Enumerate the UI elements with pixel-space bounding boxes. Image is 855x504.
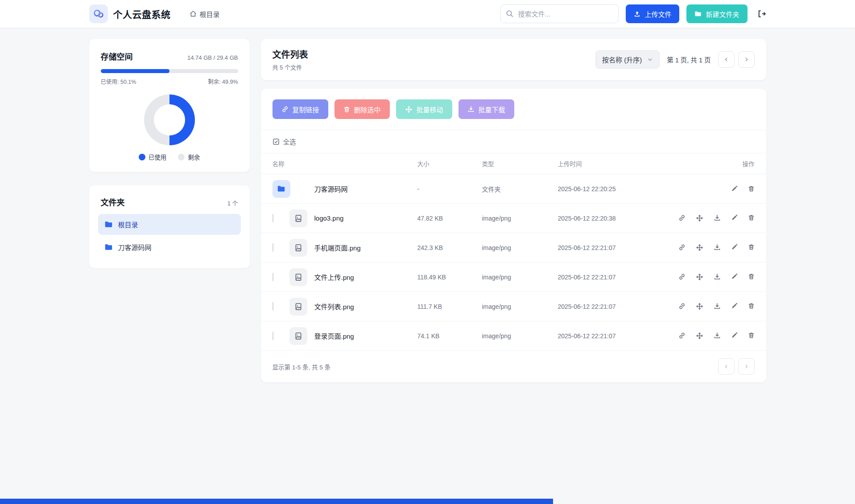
delete-icon[interactable] — [748, 214, 755, 222]
filelist-title: 文件列表 — [273, 48, 308, 61]
delete-icon[interactable] — [748, 303, 755, 310]
move-icon[interactable] — [696, 332, 703, 340]
search-input[interactable] — [500, 4, 619, 23]
image-file-icon — [289, 298, 307, 316]
edit-icon[interactable] — [731, 273, 738, 281]
folders-title: 文件夹 — [101, 196, 125, 208]
filelist-subtitle: 共 5 个文件 — [273, 63, 308, 71]
delete-icon[interactable] — [748, 273, 755, 281]
link-icon[interactable] — [678, 214, 686, 222]
folder-list: 根目录刀客源码网 — [98, 214, 241, 258]
download-icon[interactable] — [714, 244, 721, 251]
file-type: image/png — [482, 215, 558, 222]
row-checkbox[interactable] — [273, 243, 273, 252]
folder-item[interactable]: 刀客源码网 — [98, 237, 241, 258]
storage-card: 存储空间 14.74 GB / 29.4 GB 已使用: 50.1% 剩余: 4… — [89, 39, 250, 172]
file-upload-time: 2025-06-12 22:20:38 — [558, 215, 679, 222]
bulk-button-download[interactable]: 批量下载 — [458, 99, 514, 119]
app-title: 个人云盘系统 — [113, 7, 171, 20]
folder-icon — [104, 220, 113, 229]
row-actions — [679, 214, 755, 222]
legend-used-dot — [139, 154, 145, 160]
folders-count: 1 个 — [227, 199, 238, 207]
edit-icon[interactable] — [731, 303, 738, 310]
bulk-button-label: 批量下载 — [479, 105, 505, 114]
table-row[interactable]: 文件上传.png 118.49 KB image/png 2025-06-12 … — [261, 262, 766, 292]
bulk-button-move[interactable]: 批量移动 — [396, 99, 452, 119]
new-folder-button-label: 新建文件夹 — [706, 9, 739, 19]
storage-progress-fill — [101, 69, 169, 73]
move-icon[interactable] — [696, 273, 703, 281]
select-all-control[interactable]: 全选 — [273, 137, 296, 146]
table-header: 名称 大小 类型 上传时间 操作 — [261, 153, 766, 174]
bulk-button-delete[interactable]: 删除选中 — [335, 99, 390, 119]
footer-next-page-button[interactable] — [738, 358, 755, 375]
file-size: 111.7 KB — [417, 303, 482, 310]
footer-prev-page-button[interactable] — [718, 358, 735, 375]
table-row[interactable]: 登录页面.png 74.1 KB image/png 2025-06-12 22… — [261, 321, 766, 351]
edit-icon[interactable] — [731, 332, 738, 340]
column-time: 上传时间 — [558, 159, 679, 168]
edit-icon[interactable] — [731, 185, 738, 192]
folder-icon — [273, 180, 290, 198]
next-page-button[interactable] — [738, 51, 755, 68]
table-row[interactable]: 刀客源码网 - 文件夹 2025-06-12 22:20:25 — [261, 174, 766, 204]
row-actions — [679, 244, 755, 251]
file-name[interactable]: 手机端页面.png — [314, 243, 417, 252]
file-name[interactable]: logo3.png — [314, 214, 417, 222]
delete-icon[interactable] — [748, 244, 755, 251]
table-row[interactable]: logo3.png 47.82 KB image/png 2025-06-12 … — [261, 204, 766, 233]
new-folder-button[interactable]: 新建文件夹 — [686, 4, 747, 23]
table-row[interactable]: 手机端页面.png 242.3 KB image/png 2025-06-12 … — [261, 233, 766, 262]
delete-icon[interactable] — [748, 332, 755, 340]
edit-icon[interactable] — [731, 214, 738, 222]
sort-select-label: 按名称 (升序) — [602, 55, 642, 64]
file-name[interactable]: 刀客源码网 — [314, 184, 417, 193]
file-type: image/png — [482, 303, 558, 310]
download-icon[interactable] — [714, 214, 721, 222]
chevron-left-icon — [723, 57, 729, 62]
folders-card: 文件夹 1 个 根目录刀客源码网 — [89, 185, 250, 268]
file-name[interactable]: 文件列表.png — [314, 302, 417, 311]
download-icon[interactable] — [714, 303, 721, 310]
delete-icon[interactable] — [748, 185, 755, 192]
bulk-toolbar: 复制链接删除选中批量移动批量下载 — [261, 89, 766, 130]
storage-donut-chart — [144, 94, 195, 145]
row-checkbox[interactable] — [273, 332, 273, 340]
move-icon[interactable] — [696, 244, 703, 251]
move-icon[interactable] — [696, 214, 703, 222]
app-logo — [89, 4, 108, 23]
prev-page-button[interactable] — [718, 51, 735, 68]
bulk-button-link[interactable]: 复制链接 — [273, 99, 328, 119]
row-checkbox[interactable] — [273, 302, 273, 311]
download-icon[interactable] — [714, 273, 721, 281]
file-type: image/png — [482, 244, 558, 251]
table-row[interactable]: 文件列表.png 111.7 KB image/png 2025-06-12 2… — [261, 292, 766, 321]
folder-item-label: 根目录 — [118, 220, 138, 229]
row-checkbox[interactable] — [273, 214, 273, 222]
link-icon[interactable] — [678, 303, 686, 310]
file-name[interactable]: 文件上传.png — [314, 272, 417, 282]
upload-file-button[interactable]: 上传文件 — [626, 4, 679, 23]
column-actions: 操作 — [679, 159, 755, 168]
link-icon[interactable] — [678, 332, 686, 340]
file-name[interactable]: 登录页面.png — [314, 331, 417, 340]
file-table-body: 刀客源码网 - 文件夹 2025-06-12 22:20:25 logo3.pn… — [261, 174, 766, 351]
logout-icon[interactable] — [757, 9, 766, 18]
download-icon[interactable] — [714, 332, 721, 340]
link-icon[interactable] — [678, 273, 686, 281]
image-file-icon — [289, 268, 307, 286]
folder-item[interactable]: 根目录 — [98, 214, 241, 235]
edit-icon[interactable] — [731, 244, 738, 251]
storage-used-label: 已使用: 50.1% — [101, 77, 136, 86]
row-checkbox[interactable] — [273, 273, 273, 281]
sort-select[interactable]: 按名称 (升序) — [595, 50, 660, 69]
breadcrumb[interactable]: 根目录 — [190, 9, 220, 19]
main-content: 文件列表 共 5 个文件 按名称 (升序) 第 1 页, 共 1 页 — [261, 39, 766, 382]
sidebar: 存储空间 14.74 GB / 29.4 GB 已使用: 50.1% 剩余: 4… — [89, 39, 250, 268]
search-wrap — [500, 4, 619, 23]
list-footer: 显示第 1-5 条, 共 5 条 — [261, 351, 766, 382]
link-icon[interactable] — [678, 244, 686, 251]
move-icon[interactable] — [696, 303, 703, 310]
file-type: image/png — [482, 274, 558, 281]
